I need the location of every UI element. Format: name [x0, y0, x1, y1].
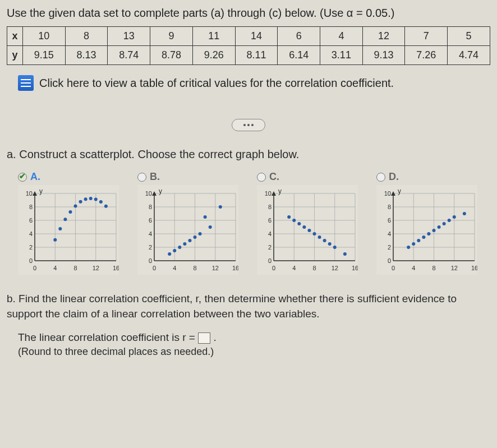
- cell: 4: [320, 27, 363, 46]
- svg-point-138: [417, 239, 420, 242]
- answer-row: The linear correlation coefficient is r …: [18, 331, 490, 344]
- chart-a: 04812160246810y: [18, 185, 119, 275]
- cell: 6: [278, 27, 320, 46]
- svg-point-105: [318, 235, 321, 239]
- svg-text:4: 4: [292, 265, 296, 271]
- svg-point-141: [432, 229, 436, 232]
- svg-point-34: [94, 197, 98, 201]
- radio-b[interactable]: [137, 173, 146, 182]
- chart-b: 04812160246810y: [137, 185, 238, 275]
- round-note: (Round to three decimal places as needed…: [18, 346, 490, 358]
- cell: 9.13: [362, 46, 405, 65]
- svg-point-65: [178, 246, 181, 249]
- svg-text:2: 2: [388, 244, 391, 251]
- svg-text:10: 10: [145, 190, 152, 197]
- cell: 4.74: [448, 46, 490, 65]
- svg-text:16: 16: [471, 265, 477, 271]
- svg-text:6: 6: [149, 217, 152, 224]
- option-letter: B.: [150, 171, 160, 183]
- svg-text:10: 10: [384, 190, 391, 197]
- svg-point-63: [168, 252, 171, 256]
- svg-text:0: 0: [388, 257, 391, 264]
- svg-text:0: 0: [153, 265, 156, 271]
- svg-text:0: 0: [392, 265, 395, 271]
- option-c[interactable]: C. 04812160246810y: [257, 171, 371, 275]
- svg-point-107: [328, 242, 332, 246]
- chart-c: 04812160246810y: [257, 185, 358, 275]
- radio-c[interactable]: [257, 173, 266, 182]
- document-icon: [18, 75, 34, 91]
- option-b[interactable]: B. 04812160246810y: [137, 171, 251, 275]
- svg-text:y: y: [398, 187, 401, 195]
- svg-text:10: 10: [26, 190, 33, 197]
- svg-point-100: [292, 219, 296, 222]
- cell: 9.26: [192, 46, 235, 65]
- svg-text:16: 16: [232, 265, 238, 271]
- cell: 12: [362, 27, 405, 46]
- svg-text:16: 16: [113, 265, 119, 271]
- svg-text:y: y: [39, 187, 43, 195]
- cell: 9.15: [23, 46, 66, 65]
- svg-text:4: 4: [29, 230, 33, 237]
- svg-point-33: [53, 238, 57, 242]
- svg-text:8: 8: [73, 265, 77, 271]
- question-heading: Use the given data set to complete parts…: [7, 7, 490, 20]
- table-row-y: y 9.15 8.13 8.74 8.78 9.26 8.11 6.14 3.1…: [7, 46, 490, 65]
- cell: 7: [405, 27, 448, 46]
- svg-point-64: [173, 249, 176, 252]
- option-letter: C.: [269, 171, 279, 183]
- svg-point-137: [412, 242, 415, 246]
- svg-text:0: 0: [268, 257, 271, 264]
- svg-point-27: [74, 204, 77, 207]
- svg-point-30: [89, 197, 93, 200]
- cell: 8: [65, 27, 108, 46]
- svg-text:12: 12: [93, 265, 99, 271]
- option-d[interactable]: D. 04812160246810y: [376, 171, 490, 275]
- svg-point-72: [219, 205, 222, 209]
- svg-point-145: [453, 215, 456, 219]
- svg-text:6: 6: [388, 217, 391, 224]
- option-a[interactable]: A. 04812160246810y: [18, 171, 132, 275]
- more-button[interactable]: [232, 119, 265, 131]
- svg-point-106: [323, 239, 326, 242]
- svg-text:2: 2: [149, 244, 152, 251]
- cell: 14: [235, 27, 278, 46]
- svg-point-108: [333, 246, 337, 249]
- row-x-label: x: [7, 27, 23, 46]
- svg-point-104: [313, 232, 316, 235]
- cell: 8.78: [150, 46, 193, 65]
- svg-point-101: [297, 222, 301, 225]
- svg-text:y: y: [159, 187, 162, 195]
- svg-point-32: [63, 218, 67, 221]
- cell: 9: [150, 27, 193, 46]
- cell: 8.11: [235, 46, 278, 65]
- svg-point-136: [407, 246, 410, 249]
- radio-d[interactable]: [376, 173, 385, 182]
- svg-text:4: 4: [412, 265, 415, 271]
- link-text: Click here to view a table of critical v…: [39, 77, 394, 90]
- cell: 11: [192, 27, 235, 46]
- svg-text:8: 8: [432, 265, 435, 271]
- option-letter: A.: [30, 171, 40, 183]
- svg-text:8: 8: [29, 204, 33, 210]
- table-row-x: x 10 8 13 9 11 14 6 4 12 7 5: [7, 27, 490, 46]
- critical-values-link[interactable]: Click here to view a table of critical v…: [18, 75, 490, 91]
- cell: 8.74: [108, 46, 150, 65]
- svg-point-103: [307, 229, 311, 232]
- svg-point-142: [438, 225, 441, 229]
- svg-point-143: [443, 222, 446, 225]
- svg-text:8: 8: [149, 204, 152, 210]
- svg-text:0: 0: [29, 257, 33, 264]
- svg-text:0: 0: [272, 265, 275, 271]
- svg-text:0: 0: [149, 257, 152, 264]
- svg-point-69: [199, 232, 202, 235]
- svg-point-26: [84, 197, 88, 201]
- svg-text:12: 12: [451, 265, 458, 271]
- svg-point-71: [209, 225, 212, 229]
- cell: 6.14: [278, 46, 320, 65]
- svg-point-29: [79, 200, 82, 204]
- svg-text:8: 8: [268, 204, 271, 210]
- radio-a[interactable]: [18, 173, 27, 182]
- options-row: A. 04812160246810y B. 04812160246810y C.…: [7, 171, 490, 275]
- r-input[interactable]: [198, 332, 210, 344]
